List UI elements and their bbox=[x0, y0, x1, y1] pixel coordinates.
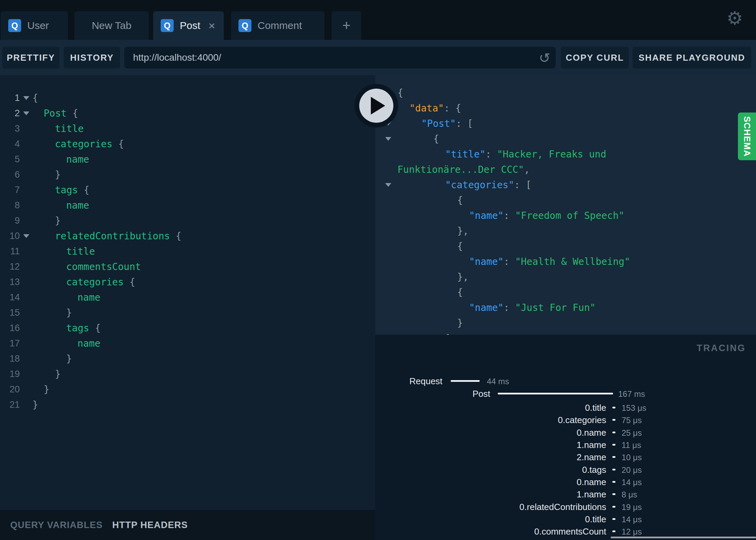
trace-duration-value: 19 μs bbox=[622, 502, 642, 512]
editor-line[interactable]: 9} bbox=[0, 213, 375, 228]
reload-schema-icon[interactable]: ↺ bbox=[539, 50, 550, 66]
new-tab-button[interactable]: + bbox=[332, 11, 361, 40]
code-text: tags { bbox=[32, 182, 89, 198]
horizontal-scrollbar[interactable] bbox=[611, 537, 756, 538]
line-number: 7 bbox=[0, 182, 20, 198]
trace-row: 0.categories13 μs bbox=[375, 539, 756, 540]
tab-user[interactable]: Q User bbox=[1, 11, 68, 40]
trace-duration-value: 153 μs bbox=[622, 403, 646, 413]
code-text: } bbox=[32, 167, 61, 182]
editor-line[interactable]: 8name bbox=[0, 198, 375, 213]
line-number: 9 bbox=[0, 213, 20, 228]
code-text: } bbox=[32, 397, 38, 412]
code-text: categories { bbox=[32, 136, 124, 152]
endpoint-url-input[interactable] bbox=[124, 52, 526, 63]
query-badge-icon: Q bbox=[161, 19, 174, 32]
editor-line[interactable]: 18} bbox=[0, 351, 375, 366]
editor-line[interactable]: 12commentsCount bbox=[0, 259, 375, 274]
line-number: 14 bbox=[0, 290, 20, 305]
editor-line[interactable]: 7tags { bbox=[0, 182, 375, 198]
fold-gutter bbox=[375, 331, 391, 335]
fold-gutter bbox=[20, 397, 32, 412]
settings-gear-icon[interactable]: ⚙ bbox=[727, 9, 743, 27]
editor-line[interactable]: 1{ bbox=[0, 90, 375, 106]
query-variables-toggle[interactable]: QUERY VARIABLES bbox=[10, 520, 103, 530]
schema-tab-label: SCHEMA bbox=[742, 116, 752, 157]
line-number: 11 bbox=[0, 244, 20, 259]
trace-duration-bar bbox=[612, 481, 615, 483]
line-number: 8 bbox=[0, 198, 20, 213]
code-text: } bbox=[397, 315, 463, 331]
trace-duration-bar bbox=[612, 419, 615, 421]
trace-duration-value: 14 μs bbox=[622, 514, 642, 525]
response-line: { bbox=[375, 85, 756, 101]
fold-arrow-icon[interactable] bbox=[20, 106, 32, 121]
code-text: name bbox=[32, 152, 89, 167]
code-text: "name": "Health & Wellbeing" bbox=[397, 254, 630, 269]
editor-line[interactable]: 17name bbox=[0, 336, 375, 351]
fold-gutter bbox=[375, 239, 391, 254]
tab-post[interactable]: Q Post × bbox=[153, 11, 224, 40]
share-playground-button[interactable]: SHARE PLAYGROUND bbox=[633, 47, 751, 69]
editor-line[interactable]: 10relatedContributions { bbox=[0, 228, 375, 244]
trace-row: 1.name11 μs bbox=[375, 439, 756, 450]
response-line: { bbox=[375, 285, 756, 300]
trace-duration-bar bbox=[612, 444, 615, 446]
code-text: "data": { bbox=[397, 101, 461, 116]
editor-line[interactable]: 4categories { bbox=[0, 136, 375, 152]
fold-arrow-icon[interactable] bbox=[375, 177, 391, 193]
trace-label: 0.categories bbox=[558, 539, 606, 540]
close-tab-icon[interactable]: × bbox=[208, 20, 215, 31]
fold-gutter bbox=[375, 269, 391, 285]
response-line: }, bbox=[375, 269, 756, 285]
editor-footer-bar: QUERY VARIABLES HTTP HEADERS bbox=[0, 510, 375, 540]
graphql-playground-window: Q User New Tab Q Post × Q Comment + ⚙ PR… bbox=[0, 0, 756, 540]
fold-gutter bbox=[20, 213, 32, 228]
editor-line[interactable]: 2Post { bbox=[0, 106, 375, 121]
response-line: { bbox=[375, 131, 756, 147]
editor-line[interactable]: 20} bbox=[0, 382, 375, 397]
trace-row: 0.commentsCount12 μs bbox=[375, 526, 756, 537]
fold-gutter bbox=[375, 300, 391, 315]
line-number: 18 bbox=[0, 351, 20, 366]
query-editor-pane[interactable]: 1{2Post {3title4categories {5name6}7tags… bbox=[0, 75, 375, 540]
fold-arrow-icon[interactable] bbox=[375, 131, 391, 147]
history-button[interactable]: HISTORY bbox=[64, 47, 120, 69]
line-number: 10 bbox=[0, 228, 20, 244]
fold-gutter bbox=[375, 254, 391, 269]
tab-new-tab[interactable]: New Tab bbox=[74, 11, 149, 40]
editor-line[interactable]: 3title bbox=[0, 121, 375, 136]
schema-side-tab[interactable]: SCHEMA bbox=[738, 112, 756, 160]
editor-line[interactable]: 5name bbox=[0, 152, 375, 167]
trace-duration-value: 8 μs bbox=[622, 490, 637, 500]
editor-line[interactable]: 16tags { bbox=[0, 320, 375, 336]
tab-bar: Q User New Tab Q Post × Q Comment + ⚙ bbox=[0, 0, 756, 40]
line-number: 20 bbox=[0, 382, 20, 397]
editor-line[interactable]: 6} bbox=[0, 167, 375, 182]
line-number: 16 bbox=[0, 320, 20, 336]
trace-duration-bar bbox=[612, 432, 615, 433]
editor-line[interactable]: 21} bbox=[0, 397, 375, 412]
tab-label: Comment bbox=[258, 20, 302, 31]
fold-gutter bbox=[20, 320, 32, 336]
copy-curl-button[interactable]: COPY CURL bbox=[561, 47, 629, 69]
prettify-button[interactable]: PRETTIFY bbox=[2, 47, 59, 69]
editor-line[interactable]: 14name bbox=[0, 290, 375, 305]
code-text: } bbox=[32, 366, 61, 382]
response-line: } bbox=[375, 315, 756, 331]
editor-line[interactable]: 19} bbox=[0, 366, 375, 382]
fold-arrow-icon[interactable] bbox=[20, 90, 32, 106]
fold-gutter bbox=[20, 121, 32, 136]
trace-label: 0.commentsCount bbox=[534, 526, 606, 537]
tab-comment[interactable]: Q Comment bbox=[231, 11, 324, 40]
line-number: 19 bbox=[0, 366, 20, 382]
editor-line[interactable]: 15} bbox=[0, 305, 375, 320]
code-text: { bbox=[397, 239, 463, 254]
http-headers-toggle[interactable]: HTTP HEADERS bbox=[112, 520, 188, 530]
editor-line[interactable]: 13categories { bbox=[0, 274, 375, 290]
editor-line[interactable]: 11title bbox=[0, 244, 375, 259]
response-line: "name": "Freedom of Speech" bbox=[375, 208, 756, 223]
execute-query-button[interactable] bbox=[354, 84, 398, 127]
fold-arrow-icon[interactable] bbox=[20, 228, 32, 244]
trace-row: 0.title14 μs bbox=[375, 514, 756, 525]
